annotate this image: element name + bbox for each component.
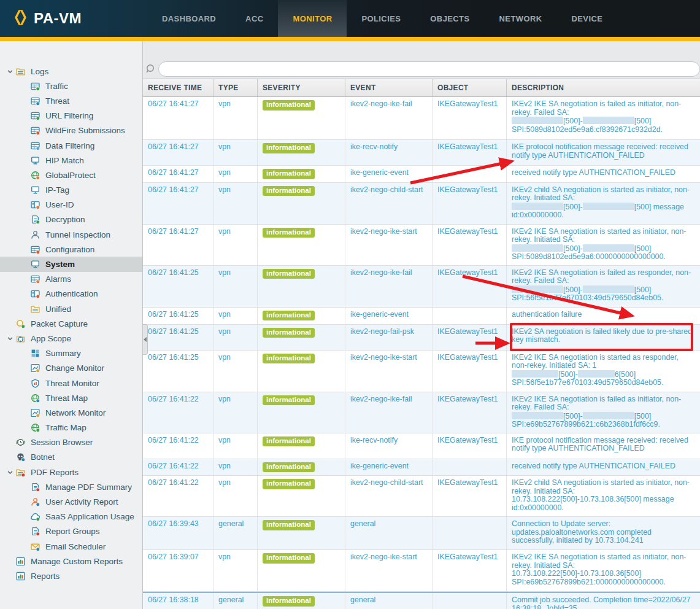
sidebar-item-threat-map[interactable]: Threat Map <box>0 390 142 405</box>
receive-time-value[interactable]: 06/27 16:39:07 <box>148 553 199 561</box>
event-value[interactable]: ikev2-nego-ike-start <box>350 553 417 561</box>
sidebar-item-pdf-reports[interactable]: PDF Reports <box>0 465 142 479</box>
sidebar-item-threat-monitor[interactable]: Threat Monitor <box>0 376 142 390</box>
object-value[interactable]: IKEGatewayTest1 <box>437 185 498 194</box>
severity-badge[interactable]: informational <box>263 328 315 338</box>
sidebar-item-ip-tag[interactable]: IP-Tag <box>0 183 142 198</box>
sidebar-item-hip-match[interactable]: HIP Match <box>0 153 142 168</box>
nav-tab-objects[interactable]: OBJECTS <box>415 0 484 37</box>
log-row[interactable]: 06/27 16:41:25vpninformationalikev2-nego… <box>143 351 700 392</box>
log-row[interactable]: 06/27 16:41:22vpninformationalike-generi… <box>143 459 700 476</box>
sidebar-item-saas-application-usage[interactable]: SaaS Application Usage <box>0 510 142 524</box>
receive-time-value[interactable]: 06/27 16:41:22 <box>148 436 199 444</box>
event-value[interactable]: ike-generic-event <box>350 462 409 470</box>
object-value[interactable]: IKEGatewayTest1 <box>437 478 498 487</box>
log-filter-input[interactable] <box>158 61 700 77</box>
object-value[interactable]: IKEGatewayTest1 <box>437 227 498 236</box>
log-row[interactable]: 06/27 16:41:22vpninformationalikev2-nego… <box>143 392 700 433</box>
event-value[interactable]: ike-recv-notify <box>350 142 398 151</box>
object-value[interactable]: IKEGatewayTest1 <box>437 436 498 444</box>
column-header-type[interactable]: TYPE <box>213 79 258 96</box>
receive-time-value[interactable]: 06/27 16:38:18 <box>148 595 199 604</box>
type-value[interactable]: vpn <box>218 99 231 108</box>
sidebar-item-logs[interactable]: Logs <box>0 64 142 79</box>
sidebar-item-user-id[interactable]: User-ID <box>0 198 142 212</box>
sidebar-item-alarms[interactable]: Alarms <box>0 272 142 287</box>
event-value[interactable]: general <box>350 595 375 604</box>
log-row[interactable]: 06/27 16:41:22vpninformationalike-recv-n… <box>143 433 700 459</box>
sidebar-item-traffic-map[interactable]: Traffic Map <box>0 421 142 435</box>
type-value[interactable]: vpn <box>218 395 231 403</box>
severity-badge[interactable]: informational <box>263 354 315 364</box>
receive-time-value[interactable]: 06/27 16:41:22 <box>148 462 199 470</box>
severity-badge[interactable]: informational <box>263 228 315 238</box>
type-value[interactable]: vpn <box>218 553 231 561</box>
sidebar-item-data-filtering[interactable]: Data Filtering <box>0 138 142 153</box>
receive-time-value[interactable]: 06/27 16:41:27 <box>148 99 199 108</box>
severity-badge[interactable]: informational <box>263 169 315 179</box>
log-row[interactable]: 06/27 16:41:22vpninformationalikev2-nego… <box>143 476 700 517</box>
column-header-description[interactable]: DESCRIPTION <box>507 79 700 96</box>
sidebar-item-report-groups[interactable]: Report Groups <box>0 524 142 539</box>
column-header-object[interactable]: OBJECT <box>433 79 507 96</box>
log-row[interactable]: 06/27 16:41:25vpninformationalikev2-nego… <box>143 325 700 351</box>
object-value[interactable]: IKEGatewayTest1 <box>437 268 498 277</box>
log-row[interactable]: 06/27 16:41:27vpninformationalikev2-nego… <box>143 97 700 140</box>
event-value[interactable]: ikev2-nego-ike-start <box>350 227 417 236</box>
log-row[interactable]: 06/27 16:39:07vpninformationalikev2-nego… <box>143 550 700 592</box>
type-value[interactable]: vpn <box>218 268 231 277</box>
log-row[interactable]: 06/27 16:41:25vpninformationalikev2-nego… <box>143 266 700 308</box>
severity-badge[interactable]: informational <box>263 462 315 473</box>
receive-time-value[interactable]: 06/27 16:41:22 <box>148 395 199 403</box>
type-value[interactable]: vpn <box>218 227 231 236</box>
receive-time-value[interactable]: 06/27 16:41:25 <box>148 268 199 277</box>
sidebar-item-packet-capture[interactable]: Packet Capture <box>0 316 142 331</box>
severity-badge[interactable]: informational <box>263 553 315 564</box>
sidebar-item-traffic[interactable]: Traffic <box>0 79 142 93</box>
event-value[interactable]: ikev2-nego-ike-fail <box>350 268 412 277</box>
sidebar-item-unified[interactable]: Unified <box>0 301 142 316</box>
sidebar-collapse-handle[interactable] <box>143 324 148 355</box>
receive-time-value[interactable]: 06/27 16:41:27 <box>148 227 199 236</box>
column-header-event[interactable]: EVENT <box>345 79 433 96</box>
log-row[interactable]: 06/27 16:41:27vpninformationalikev2-nego… <box>143 183 700 225</box>
sidebar-item-url-filtering[interactable]: URL Filtering <box>0 109 142 123</box>
event-value[interactable]: ikev2-nego-ike-start <box>350 353 417 362</box>
object-value[interactable]: IKEGatewayTest1 <box>437 395 498 403</box>
object-value[interactable]: IKEGatewayTest1 <box>437 142 498 151</box>
receive-time-value[interactable]: 06/27 16:41:25 <box>148 310 199 319</box>
sidebar-item-summary[interactable]: Summary <box>0 346 142 361</box>
severity-badge[interactable]: informational <box>263 311 315 321</box>
receive-time-value[interactable]: 06/27 16:41:27 <box>148 142 199 151</box>
event-value[interactable]: ikev2-nego-child-start <box>350 185 423 194</box>
event-value[interactable]: ikev2-nego-fail-psk <box>350 327 414 336</box>
receive-time-value[interactable]: 06/27 16:41:27 <box>148 168 199 177</box>
event-value[interactable]: ike-recv-notify <box>350 436 398 444</box>
nav-tab-acc[interactable]: ACC <box>231 0 278 37</box>
nav-tab-monitor[interactable]: MONITOR <box>278 0 347 37</box>
sidebar-item-user-activity-report[interactable]: User Activity Report <box>0 494 142 509</box>
event-value[interactable]: ike-generic-event <box>350 310 409 319</box>
log-row[interactable]: 06/27 16:41:27vpninformationalikev2-nego… <box>143 225 700 266</box>
type-value[interactable]: general <box>218 595 244 604</box>
sidebar-item-manage-pdf-summary[interactable]: Manage PDF Summary <box>0 479 142 494</box>
receive-time-value[interactable]: 06/27 16:41:25 <box>148 353 199 362</box>
column-header-severity[interactable]: SEVERITY <box>258 79 345 96</box>
sidebar-item-session-browser[interactable]: Session Browser <box>0 435 142 450</box>
type-value[interactable]: vpn <box>218 462 231 470</box>
severity-badge[interactable]: informational <box>263 143 315 153</box>
log-row[interactable]: 06/27 16:38:18generalinformationalgenera… <box>143 592 700 609</box>
event-value[interactable]: ikev2-nego-ike-fail <box>350 99 412 108</box>
severity-badge[interactable]: informational <box>263 269 315 279</box>
sidebar-item-threat[interactable]: Threat <box>0 93 142 108</box>
receive-time-value[interactable]: 06/27 16:41:25 <box>148 327 199 336</box>
nav-tab-dashboard[interactable]: DASHBOARD <box>147 0 231 37</box>
event-value[interactable]: ike-generic-event <box>350 168 409 177</box>
nav-tab-device[interactable]: DEVICE <box>557 0 618 37</box>
severity-badge[interactable]: informational <box>263 520 315 530</box>
object-value[interactable]: IKEGatewayTest1 <box>437 99 498 108</box>
event-value[interactable]: ikev2-nego-child-start <box>350 478 423 487</box>
sidebar-item-email-scheduler[interactable]: Email Scheduler <box>0 539 142 554</box>
object-value[interactable]: IKEGatewayTest1 <box>437 327 498 336</box>
severity-badge[interactable]: informational <box>263 436 315 447</box>
